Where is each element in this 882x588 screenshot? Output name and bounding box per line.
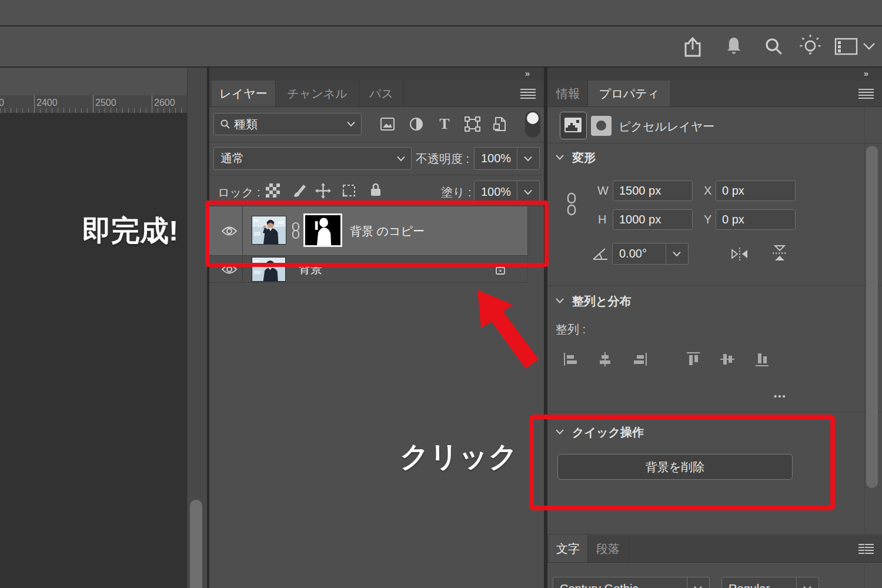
- section-chevron-icon[interactable]: [556, 429, 564, 435]
- ruler-label: 2400: [36, 98, 58, 108]
- width-label: W: [597, 184, 609, 198]
- tab-label: 段落: [596, 542, 620, 555]
- layer-filter-select[interactable]: 種類: [213, 113, 362, 135]
- height-input[interactable]: 1000 px: [613, 209, 693, 230]
- opacity-combo[interactable]: 100%: [474, 147, 540, 170]
- tab-paragraph[interactable]: 段落: [588, 535, 629, 562]
- lock-image-pixels-icon[interactable]: [292, 182, 309, 198]
- search-icon[interactable]: [764, 36, 784, 57]
- filter-pixel-layers-icon[interactable]: [380, 116, 395, 132]
- fill-combo[interactable]: 100%: [474, 181, 540, 203]
- filter-type-value: 種類: [230, 116, 258, 132]
- tab-label: 情報: [556, 87, 580, 100]
- opacity-value: 100%: [475, 152, 511, 165]
- section-chevron-icon[interactable]: [556, 298, 564, 303]
- layer-filtering-toggle[interactable]: [525, 111, 540, 138]
- flip-horizontal-icon[interactable]: [730, 245, 750, 263]
- constrain-proportions-chain-icon[interactable]: [566, 191, 577, 217]
- tab-channels[interactable]: チャンネル: [276, 81, 359, 106]
- x-input[interactable]: 0 px: [716, 181, 796, 201]
- font-style-select[interactable]: Regular: [721, 577, 819, 588]
- tab-properties[interactable]: プロパティ: [588, 81, 671, 106]
- height-value: 1000 px: [619, 213, 661, 226]
- align-right-edges-icon[interactable]: [632, 352, 647, 367]
- properties-scrollbar-thumb[interactable]: [866, 146, 878, 488]
- visibility-eye-icon[interactable]: [221, 264, 238, 275]
- tab-label: レイヤー: [219, 87, 267, 100]
- notifications-bell-icon[interactable]: [725, 35, 743, 58]
- filter-adjustment-layers-icon[interactable]: [409, 116, 424, 132]
- title-bar: [0, 0, 882, 25]
- section-chevron-icon[interactable]: [556, 155, 564, 160]
- canvas-scrollbar-track[interactable]: [187, 68, 208, 588]
- x-value: 0 px: [722, 184, 744, 198]
- remove-background-button[interactable]: 背景を削除: [557, 454, 793, 480]
- workspace-chevron-icon[interactable]: [863, 42, 876, 51]
- visibility-eye-icon[interactable]: [221, 226, 238, 236]
- layer-thumbnail[interactable]: [252, 257, 286, 282]
- share-icon[interactable]: [683, 35, 702, 58]
- filter-smart-objects-icon[interactable]: [493, 116, 508, 132]
- width-input[interactable]: 1500 px: [613, 181, 693, 201]
- ruler-label: 2500: [95, 98, 116, 108]
- flip-vertical-icon[interactable]: [770, 243, 790, 263]
- button-label: 背景を削除: [646, 459, 704, 475]
- tab-layers[interactable]: レイヤー: [212, 81, 276, 106]
- align-left-edges-icon[interactable]: [563, 352, 579, 367]
- align-bottom-edges-icon[interactable]: [754, 352, 770, 367]
- mask-circle-icon: [596, 121, 606, 131]
- layer-mask-button[interactable]: [591, 116, 612, 136]
- collapse-panel-button[interactable]: »: [525, 68, 529, 78]
- canvas-scrollbar-thumb[interactable]: [190, 500, 202, 588]
- layer-type-label: ピクセルレイヤー: [619, 119, 714, 135]
- lock-all-icon[interactable]: [369, 182, 383, 198]
- align-row-label: 整列 :: [556, 322, 586, 338]
- lock-transparent-pixels-icon[interactable]: [266, 183, 280, 198]
- opacity-label: 不透明度 :: [416, 151, 469, 167]
- layer-mask-thumbnail[interactable]: [303, 213, 342, 247]
- pixel-layer-icon: [564, 118, 582, 132]
- tab-info[interactable]: 情報: [549, 81, 588, 106]
- lock-artboard-icon[interactable]: [341, 183, 358, 198]
- align-top-edges-icon[interactable]: [686, 352, 701, 367]
- layer-row-background-copy[interactable]: 背景 のコピー: [209, 206, 527, 255]
- layers-panel-menu-icon[interactable]: [520, 89, 536, 99]
- properties-panel-menu-icon[interactable]: [858, 89, 874, 99]
- chevron-down-icon: [803, 586, 811, 588]
- tab-paths[interactable]: パス: [359, 81, 404, 106]
- pixel-layer-thumbnail-button[interactable]: [560, 112, 587, 139]
- properties-panel: » 情報 プロパティ ピクセルレイヤー 変形 W 1500 px: [547, 68, 882, 588]
- filter-shape-layers-icon[interactable]: [465, 116, 480, 132]
- type-panel-menu-icon[interactable]: [858, 544, 874, 554]
- discover-lightbulb-icon[interactable]: [799, 34, 821, 58]
- lock-label: ロック :: [218, 185, 260, 201]
- fill-value: 100%: [475, 185, 511, 199]
- layer-thumbnail[interactable]: [252, 216, 286, 245]
- background-lock-icon[interactable]: [495, 262, 506, 275]
- layer-mask-link-icon[interactable]: [290, 222, 302, 239]
- ruler-label: 2600: [154, 98, 175, 108]
- blend-mode-value: 通常: [214, 151, 244, 166]
- align-vertical-centers-icon[interactable]: [720, 352, 735, 367]
- align-horizontal-centers-icon[interactable]: [597, 352, 613, 367]
- font-family-value: Century Gothic: [553, 582, 638, 588]
- rotate-angle-value: 0.00°: [613, 247, 647, 260]
- tab-label: 文字: [556, 542, 580, 555]
- layer-row-background[interactable]: 背景: [209, 256, 527, 282]
- document-tab-strip: [0, 68, 187, 95]
- lock-position-icon[interactable]: [315, 183, 331, 199]
- y-input[interactable]: 0 px: [716, 209, 796, 230]
- workspace-icon[interactable]: [834, 38, 858, 55]
- filter-type-layers-icon[interactable]: T: [437, 115, 452, 132]
- align-more-options-button[interactable]: •••: [774, 391, 787, 401]
- font-family-select[interactable]: Century Gothic: [553, 577, 710, 588]
- tab-character[interactable]: 文字: [549, 535, 588, 562]
- document-canvas[interactable]: [0, 113, 187, 588]
- chevron-down-icon: [524, 156, 532, 161]
- panel-collapse-strip: »: [547, 68, 882, 81]
- blend-mode-select[interactable]: 通常: [213, 147, 412, 170]
- annotation-click-text: クリック: [400, 437, 518, 476]
- rotate-angle-combo[interactable]: 0.00°: [612, 243, 689, 265]
- layer-thumbnail-image: [252, 216, 286, 244]
- collapse-panel-button[interactable]: »: [864, 68, 868, 78]
